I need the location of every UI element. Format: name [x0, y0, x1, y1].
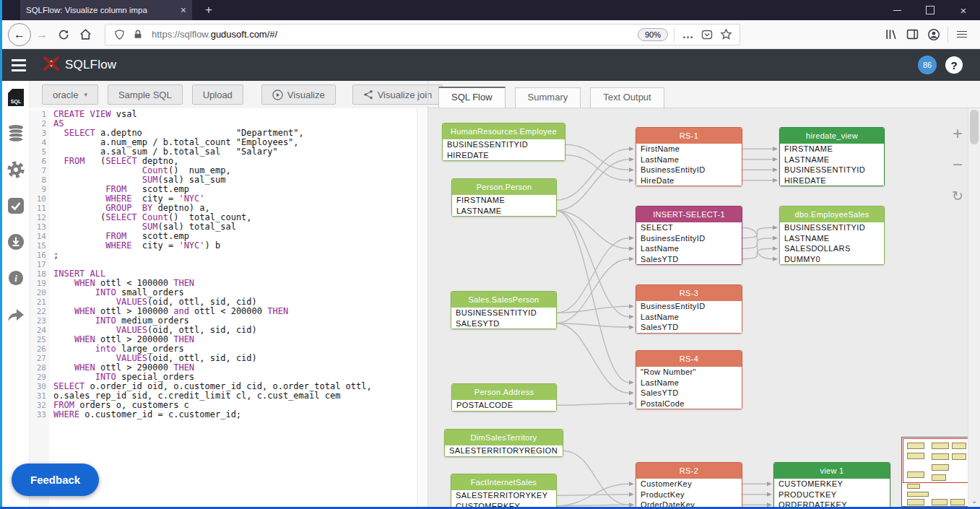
check-task-icon[interactable]: [6, 196, 25, 215]
node-field[interactable]: DUMMY0: [780, 254, 884, 265]
upload-button[interactable]: Upload: [192, 84, 243, 105]
node-header[interactable]: Sales.SalesPerson: [451, 292, 556, 308]
dataflow-canvas[interactable]: + − ↻ ⌄ HumanResources.EmployeeBUSINESSE…: [428, 108, 980, 507]
node-field[interactable]: LastName: [636, 243, 742, 254]
minimap[interactable]: [901, 437, 970, 507]
library-icon[interactable]: [880, 24, 901, 45]
node-field[interactable]: SalesYTD: [636, 388, 742, 399]
node-field[interactable]: SalesYTD: [636, 322, 742, 333]
info-icon[interactable]: i: [6, 269, 25, 287]
node-field[interactable]: LastName: [636, 378, 742, 388]
node-header[interactable]: DimSalesTerritory: [445, 430, 563, 445]
node-header[interactable]: FactInternetSales: [451, 474, 556, 490]
node-field[interactable]: BusinessEntityID: [636, 233, 742, 244]
tab-summary[interactable]: Summary: [515, 87, 581, 108]
node-field[interactable]: ProductKey: [636, 490, 742, 500]
database-icon[interactable]: [6, 124, 25, 143]
node-field[interactable]: BUSINESSENTITYID: [780, 222, 884, 233]
node-field[interactable]: SALESDOLLARS: [780, 243, 884, 254]
node-rs4[interactable]: RS-4"Row Number"LastNameSalesYTDPostalCo…: [636, 350, 742, 409]
node-field[interactable]: HIREDATE: [443, 150, 565, 161]
node-header[interactable]: Person.Address: [452, 384, 556, 400]
browser-menu-icon[interactable]: [951, 24, 973, 45]
zoom-in-button[interactable]: +: [948, 124, 967, 143]
sidebar-toggle-icon[interactable]: [901, 24, 923, 45]
node-header[interactable]: HumanResources.Employee: [443, 123, 565, 139]
node-person_person[interactable]: Person.PersonFIRSTNAMELASTNAME: [451, 178, 557, 217]
pocket-icon[interactable]: [698, 25, 716, 44]
page-actions-icon[interactable]: …: [679, 25, 698, 44]
node-view1[interactable]: view 1CUSTOMERKEYPRODUCTKEYORDERDATEKEY: [773, 462, 890, 507]
visualize-button[interactable]: Visualize: [261, 84, 336, 105]
node-header[interactable]: RS-2: [636, 463, 742, 479]
settings-gear-icon[interactable]: [6, 160, 25, 179]
node-field[interactable]: LastName: [636, 312, 742, 323]
reset-view-button[interactable]: ↻: [948, 186, 967, 205]
node-hiredate_view[interactable]: hiredate_viewFIRSTNAMELASTNAMEBUSINESSEN…: [779, 127, 885, 186]
account-icon[interactable]: [923, 24, 945, 45]
feedback-button[interactable]: Feedback: [12, 464, 99, 496]
node-field[interactable]: "Row Number": [636, 367, 742, 378]
node-insert_select_1[interactable]: INSERT-SELECT-1SELECTBusinessEntityIDLas…: [636, 206, 742, 265]
node-field[interactable]: LastName: [636, 155, 742, 165]
app-menu-icon[interactable]: [12, 59, 26, 71]
tab-sql-flow[interactable]: SQL Flow: [438, 87, 506, 108]
editor-scrollbar[interactable]: [417, 108, 428, 507]
sql-editor[interactable]: 1234567891011121314151617181920212223242…: [30, 108, 428, 507]
zoom-out-button[interactable]: −: [948, 155, 967, 174]
node-sales_salesperson[interactable]: Sales.SalesPersonBUSINESSENTITYIDSALESYT…: [451, 291, 557, 329]
bookmark-star-icon[interactable]: [716, 25, 735, 44]
download-icon[interactable]: [6, 232, 25, 251]
sample-sql-button[interactable]: Sample SQL: [108, 84, 183, 105]
node-field[interactable]: FIRSTNAME: [452, 195, 556, 206]
node-field[interactable]: BUSINESSENTITYID: [780, 165, 884, 175]
reload-button[interactable]: [53, 24, 74, 45]
help-button[interactable]: ?: [945, 56, 963, 74]
notification-badge[interactable]: 86: [918, 56, 937, 74]
node-person_address[interactable]: Person.AddressPOSTALCODE: [451, 383, 557, 412]
node-field[interactable]: BusinessEntityID: [636, 301, 742, 312]
node-rs1[interactable]: RS-1FirstNameLastNameBusinessEntityIDHir…: [636, 127, 742, 186]
back-button[interactable]: ←: [8, 23, 31, 46]
scroll-down-icon[interactable]: ⌄: [968, 496, 980, 505]
db-type-select[interactable]: oracle▾: [42, 84, 98, 105]
node-header[interactable]: RS-4: [636, 351, 742, 367]
node-field[interactable]: BUSINESSENTITYID: [451, 308, 556, 318]
node-field[interactable]: ORDERDATEKEY: [774, 500, 890, 507]
page-zoom-badge[interactable]: 90%: [638, 28, 668, 41]
node-field[interactable]: PRODUCTKEY: [774, 490, 890, 500]
share-arrow-icon[interactable]: [6, 305, 25, 323]
node-field[interactable]: CUSTOMERKEY: [451, 501, 556, 508]
node-field[interactable]: OrderDateKey: [636, 500, 742, 507]
sql-code[interactable]: CREATE VIEW vsalAS SELECT a.deptno "Depa…: [49, 110, 417, 507]
sql-file-icon[interactable]: SQL: [6, 88, 25, 107]
forward-button[interactable]: →: [31, 24, 53, 45]
canvas-scrollbar[interactable]: ⌄: [968, 108, 980, 507]
node-header[interactable]: view 1: [774, 463, 890, 479]
node-field[interactable]: BusinessEntityID: [636, 165, 742, 175]
node-header[interactable]: hiredate_view: [780, 128, 884, 144]
node-field[interactable]: BUSINESSENTITYID: [443, 139, 565, 150]
node-field[interactable]: SALESTERRITORYREGION: [445, 445, 563, 456]
node-header[interactable]: Person.Person: [452, 179, 556, 195]
window-maximize-button[interactable]: [914, 0, 947, 20]
window-close-button[interactable]: ×: [947, 0, 980, 20]
node-fact_internet_sales[interactable]: FactInternetSalesSALESTERRITORYKEYCUSTOM…: [451, 474, 557, 507]
new-tab-button[interactable]: +: [199, 1, 218, 19]
tab-close-icon[interactable]: ×: [181, 4, 186, 16]
node-field[interactable]: FIRSTNAME: [780, 144, 884, 155]
node-field[interactable]: POSTALCODE: [452, 400, 556, 411]
node-rs3[interactable]: RS-3BusinessEntityIDLastNameSalesYTD: [636, 284, 742, 334]
node-field[interactable]: LASTNAME: [780, 233, 884, 244]
node-field[interactable]: HIREDATE: [780, 175, 884, 186]
node-dim_sales_territory[interactable]: DimSalesTerritorySALESTERRITORYREGION: [444, 429, 563, 457]
window-minimize-button[interactable]: [880, 0, 914, 20]
node-field[interactable]: SALESTERRITORYKEY: [451, 490, 556, 501]
node-field[interactable]: LASTNAME: [780, 155, 884, 165]
node-field[interactable]: SalesYTD: [636, 254, 742, 265]
node-field[interactable]: SALESYTD: [451, 318, 556, 329]
shield-icon[interactable]: [110, 25, 129, 44]
node-field[interactable]: LASTNAME: [452, 206, 556, 217]
lock-icon[interactable]: [129, 25, 147, 44]
scrollbar-thumb[interactable]: [970, 110, 979, 144]
